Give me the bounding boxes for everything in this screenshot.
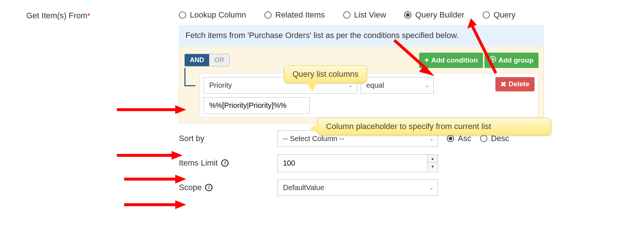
info-icon[interactable]: i: [221, 159, 229, 167]
radio-icon: [404, 11, 411, 19]
caret-down-icon: ▼: [431, 164, 434, 169]
radio-desc[interactable]: Desc: [480, 134, 509, 143]
radio-label: Asc: [458, 134, 471, 143]
radio-query-builder[interactable]: Query Builder: [404, 10, 464, 20]
plus-icon: +: [424, 56, 429, 65]
radio-label: Query Builder: [415, 10, 464, 20]
query-builder-panel: AND OR + Add condition Add group: [179, 47, 544, 123]
select-value: equal: [361, 77, 434, 94]
tree-connector: [184, 68, 195, 86]
items-limit-spinner: ▲ ▼: [277, 154, 438, 172]
items-limit-label: Items Limit: [179, 158, 218, 168]
delete-button[interactable]: ✖ Delete: [495, 77, 534, 91]
radio-icon: [343, 11, 350, 19]
radio-label: Desc: [491, 134, 509, 143]
info-icon[interactable]: i: [205, 184, 212, 191]
radio-list-view[interactable]: List View: [343, 10, 386, 20]
radio-icon: [179, 11, 186, 19]
sort-by-label: Sort by: [179, 134, 204, 143]
and-button[interactable]: AND: [185, 54, 209, 66]
radio-icon: [483, 11, 490, 19]
button-label: Add condition: [431, 56, 478, 64]
radio-asc[interactable]: Asc: [447, 134, 471, 143]
x-icon: ✖: [501, 80, 506, 88]
svg-marker-10: [175, 200, 186, 209]
radio-related-items[interactable]: Related Items: [264, 10, 325, 20]
spinner-down[interactable]: ▼: [428, 163, 438, 171]
radio-label: Related Items: [275, 10, 325, 20]
spinner-up[interactable]: ▲: [428, 155, 438, 163]
button-label: Add group: [498, 56, 533, 64]
radio-lookup-column[interactable]: Lookup Column: [179, 10, 246, 20]
value-input[interactable]: [204, 97, 310, 114]
annotation-arrow: [124, 197, 186, 212]
or-button[interactable]: OR: [209, 54, 229, 66]
items-limit-input[interactable]: [278, 155, 427, 172]
circle-plus-icon: [490, 56, 496, 64]
button-label: Delete: [509, 80, 529, 88]
callout-query-list-columns: Query list columns: [284, 65, 367, 83]
info-description: Fetch items from 'Purchase Orders' list …: [179, 25, 544, 46]
radio-label: Query: [494, 10, 515, 20]
required-asterisk: *: [87, 12, 90, 20]
select-value: DefaultValue: [277, 179, 438, 196]
radio-label: Lookup Column: [190, 10, 246, 20]
operator-select[interactable]: equal ⌄: [361, 77, 434, 94]
radio-icon: [480, 135, 487, 142]
radio-label: List View: [354, 10, 386, 20]
caret-up-icon: ▲: [431, 156, 434, 160]
add-group-button[interactable]: Add group: [484, 53, 538, 68]
field-label-get-items: Get Item(s) From: [26, 11, 87, 20]
condition-row: Priority ⌄ equal ⌄ ✖ Delete: [200, 73, 538, 118]
radio-icon: [264, 11, 272, 19]
callout-column-placeholder: Column placeholder to specify from curre…: [318, 118, 551, 135]
add-condition-button[interactable]: + Add condition: [419, 53, 483, 68]
scope-label: Scope: [179, 183, 202, 192]
radio-query[interactable]: Query: [483, 10, 515, 20]
and-or-toggle: AND OR: [184, 54, 230, 67]
scope-select[interactable]: DefaultValue ⌄: [277, 179, 438, 196]
radio-icon: [447, 135, 454, 142]
